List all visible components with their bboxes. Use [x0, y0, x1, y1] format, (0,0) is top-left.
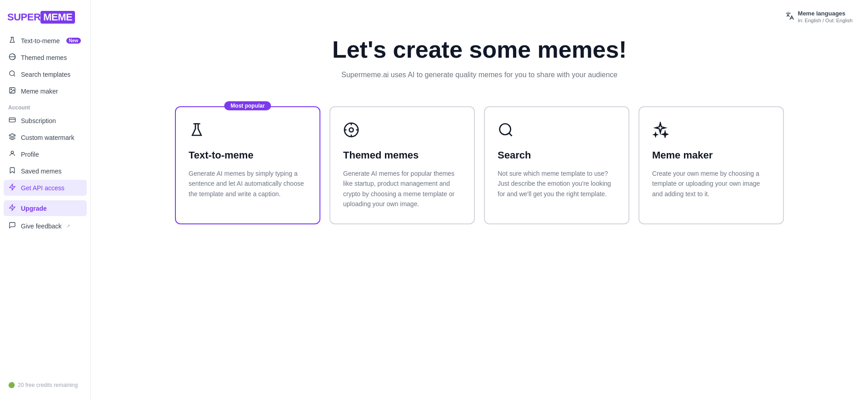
- logo: SUPERMEME: [0, 7, 90, 33]
- credits-remaining: 🟢 20 free credits remaining: [0, 376, 90, 394]
- main-nav: Text-to-meme New Themed memes Search tem…: [0, 33, 90, 99]
- card-meme-maker[interactable]: Meme maker Create your own meme by choos…: [639, 106, 784, 225]
- lang-value: In: English / Out: English: [798, 18, 853, 23]
- crosshair-card-icon: [343, 122, 461, 142]
- most-popular-badge: Most popular: [224, 101, 271, 110]
- sidebar-item-search-templates[interactable]: Search templates: [4, 66, 87, 82]
- sidebar-item-text-to-meme[interactable]: Text-to-meme New: [4, 33, 87, 49]
- theme-icon: [8, 53, 16, 62]
- language-selector[interactable]: Meme languages In: English / Out: Englis…: [781, 7, 857, 26]
- external-link-icon: ↗: [66, 223, 70, 228]
- card-icon: [8, 116, 16, 125]
- sparkle-card-icon: [652, 122, 770, 142]
- sidebar: SUPERMEME Text-to-meme New Themed memes …: [0, 0, 91, 401]
- api-icon: [8, 183, 16, 192]
- sidebar-item-upgrade[interactable]: Upgrade: [4, 200, 87, 216]
- credits-icon: 🟢: [8, 382, 15, 388]
- svg-point-10: [349, 128, 354, 132]
- hero-title: Let's create some memes!: [109, 36, 850, 64]
- user-icon: [8, 150, 16, 158]
- svg-marker-7: [10, 184, 15, 190]
- card-title-themed-memes: Themed memes: [343, 149, 461, 161]
- watermark-icon: [8, 133, 16, 142]
- search-card-icon: [498, 122, 616, 142]
- svg-point-6: [11, 151, 13, 153]
- logo-meme: MEME: [40, 11, 75, 24]
- sidebar-item-give-feedback[interactable]: Give feedback ↗: [4, 218, 87, 234]
- account-nav: Subscription Custom watermark Profile Sa…: [0, 113, 90, 196]
- feedback-icon: [8, 222, 16, 230]
- card-desc-themed-memes: Generate AI memes for popular themes lik…: [343, 168, 461, 209]
- card-desc-search: Not sure which meme template to use? Jus…: [498, 168, 616, 199]
- svg-point-3: [11, 89, 12, 90]
- sidebar-item-profile[interactable]: Profile: [4, 146, 87, 162]
- sidebar-item-themed-memes[interactable]: Themed memes: [4, 50, 87, 65]
- svg-point-1: [10, 71, 15, 76]
- flask-icon: [8, 36, 16, 45]
- feature-cards: Most popular Text-to-meme Generate AI me…: [91, 97, 868, 243]
- sidebar-item-custom-watermark[interactable]: Custom watermark: [4, 129, 87, 145]
- card-text-to-meme[interactable]: Most popular Text-to-meme Generate AI me…: [175, 106, 320, 225]
- card-title-meme-maker: Meme maker: [652, 149, 770, 161]
- card-title-search: Search: [498, 149, 616, 161]
- card-desc-text-to-meme: Generate AI memes by simply typing a sen…: [189, 168, 307, 199]
- translate-icon: [785, 11, 794, 23]
- search-icon: [8, 70, 16, 79]
- sidebar-item-get-api-access[interactable]: Get API access: [4, 180, 87, 196]
- svg-point-15: [500, 124, 511, 134]
- svg-marker-8: [10, 204, 15, 210]
- card-title-text-to-meme: Text-to-meme: [189, 149, 307, 161]
- hero-subtitle: Supermeme.ai uses AI to generate quality…: [109, 71, 850, 79]
- card-desc-meme-maker: Create your own meme by choosing a templ…: [652, 168, 770, 199]
- card-search[interactable]: Search Not sure which meme template to u…: [484, 106, 629, 225]
- logo-super: SUPER: [7, 11, 40, 23]
- account-section-label: Account: [0, 99, 90, 113]
- card-themed-memes[interactable]: Themed memes Generate AI memes for popul…: [329, 106, 475, 225]
- flask-card-icon: [189, 122, 307, 142]
- svg-rect-4: [9, 118, 15, 122]
- hero-section: Let's create some memes! Supermeme.ai us…: [91, 0, 868, 97]
- sidebar-item-subscription[interactable]: Subscription: [4, 113, 87, 129]
- header: Meme languages In: English / Out: Englis…: [781, 7, 857, 26]
- image-icon: [8, 87, 16, 95]
- sidebar-item-meme-maker[interactable]: Meme maker: [4, 83, 87, 99]
- bookmark-icon: [8, 167, 16, 175]
- new-badge: New: [66, 38, 81, 44]
- main-content: Meme languages In: English / Out: Englis…: [91, 0, 868, 401]
- sidebar-item-saved-memes[interactable]: Saved memes: [4, 163, 87, 179]
- lang-title: Meme languages: [798, 10, 853, 17]
- upgrade-icon: [8, 204, 16, 213]
